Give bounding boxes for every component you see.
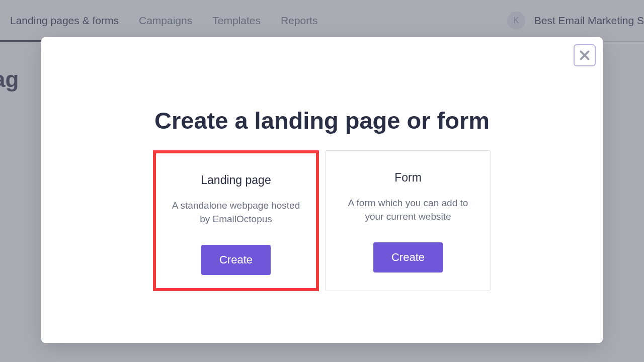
close-icon: [578, 49, 591, 62]
card-title: Form: [394, 171, 422, 185]
modal: Create a landing page or form Landing pa…: [41, 37, 603, 343]
modal-title: Create a landing page or form: [50, 107, 594, 134]
create-landing-page-button[interactable]: Create: [201, 245, 271, 275]
card-title: Landing page: [201, 173, 271, 187]
card-landing-page: Landing page A standalone webpage hosted…: [153, 150, 319, 291]
card-form: Form A form which you can add to your cu…: [325, 150, 491, 291]
close-button[interactable]: [574, 44, 596, 66]
card-row: Landing page A standalone webpage hosted…: [50, 150, 594, 291]
card-description: A standalone webpage hosted by EmailOcto…: [168, 199, 304, 226]
modal-overlay: Create a landing page or form Landing pa…: [0, 0, 644, 362]
create-form-button[interactable]: Create: [373, 242, 443, 273]
card-description: A form which you can add to your current…: [338, 197, 478, 223]
